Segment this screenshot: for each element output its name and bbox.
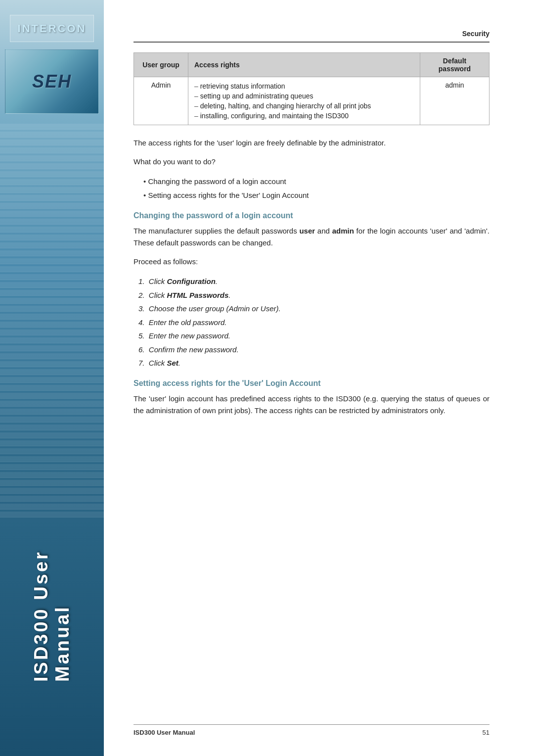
step-7: 7. Click Set. [138,356,490,370]
header-divider [134,42,490,43]
table-header-access: Access rights [188,53,420,77]
sidebar-device-image: SEH [5,49,99,114]
sidebar-logo-text: INTERCON [18,22,87,35]
sidebar-decorative-lines [0,124,104,569]
steps-list: 1. Click Configuration. 2. Click HTML Pa… [134,275,490,370]
step-5: 5. Enter the new password. [138,329,490,343]
page-footer: ISD300 User Manual 51 [114,724,519,736]
access-list-item: installing, configuring, and maintaing t… [194,111,414,121]
table-cell-password: admin [420,77,490,125]
section2-paragraph: The 'user' login account has predefined … [134,393,490,417]
footer-manual-title: ISD300 User Manual [134,729,195,736]
footer-content: ISD300 User Manual 51 [134,729,490,736]
footer-page-number: 51 [483,729,490,736]
table-row: Admin retrieving status information sett… [134,77,490,125]
sidebar-title-text: ISD300 User Manual [31,509,73,682]
step-2: 2. Click HTML Passwords. [138,288,490,302]
section1-heading: Changing the password of a login account [134,211,490,220]
access-list-item: setting up and administrating queues [194,91,414,101]
main-content: Security User group Access rights Defaul… [114,0,519,756]
access-list: retrieving status information setting up… [194,81,414,121]
section1-paragraph: The manufacturer supplies the default pa… [134,225,490,249]
section-label: Security [462,30,490,38]
sidebar-logo: INTERCON [10,15,94,42]
bullet-list-item: Changing the password of a login account [143,175,490,189]
action-bullet-list: Changing the password of a login account… [134,175,490,202]
step-6: 6. Confirm the new password. [138,343,490,357]
section2-heading: Setting access rights for the 'User' Log… [134,379,490,388]
sidebar-device-label: SEH [32,71,72,92]
access-list-item: retrieving status information [194,81,414,91]
step-3: 3. Choose the user group (Admin or User)… [138,302,490,316]
bold-admin: admin [332,227,354,235]
page-header: Security [134,30,490,38]
access-list-item: deleting, halting, and changing hierarch… [194,101,414,111]
table-header-password: Default password [420,53,490,77]
bullet-list-item: Setting access rights for the 'User' Log… [143,189,490,202]
table-cell-access: retrieving status information setting up… [188,77,420,125]
table-cell-usergroup: Admin [134,77,188,125]
sidebar-title-vertical: ISD300 User Manual [0,509,104,682]
what-to-do-prompt: What do you want to do? [134,156,490,168]
footer-divider [134,724,490,725]
access-rights-table: User group Access rights Default passwor… [134,52,490,125]
table-header-usergroup: User group [134,53,188,77]
bold-user: user [299,227,315,235]
access-rights-note: The access rights for the 'user' login a… [134,137,490,149]
step-1: 1. Click Configuration. [138,275,490,288]
sidebar: INTERCON SEH ISD300 User Manual [0,0,104,756]
proceed-text: Proceed as follows: [134,256,490,268]
step-4: 4. Enter the old password. [138,316,490,330]
